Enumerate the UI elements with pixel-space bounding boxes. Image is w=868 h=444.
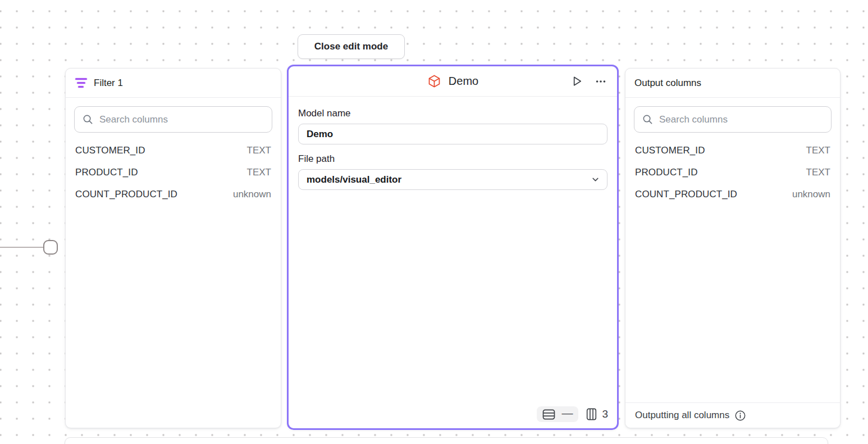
column-row[interactable]: CUSTOMER_ID TEXT (625, 139, 840, 161)
output-footer-text: Outputting all columns (635, 410, 729, 421)
bottom-panel-edge[interactable] (65, 437, 828, 444)
info-icon[interactable] (734, 410, 746, 422)
column-type: unknown (233, 189, 271, 200)
model-node-panel-selected[interactable]: Demo Model name File path models/visual_… (287, 65, 619, 430)
column-type: TEXT (247, 145, 271, 156)
column-type: TEXT (806, 145, 830, 156)
edge-connector-handle[interactable] (43, 240, 58, 255)
column-row[interactable]: COUNT_PRODUCT_ID unknown (66, 183, 281, 205)
play-icon (570, 75, 583, 88)
filter-lines-icon (75, 78, 87, 88)
filter-panel-header: Filter 1 (66, 69, 281, 98)
model-cube-icon (427, 74, 441, 88)
column-row[interactable]: PRODUCT_ID TEXT (66, 161, 281, 183)
row-count-value: — (561, 407, 573, 419)
ellipsis-icon (595, 75, 607, 88)
file-path-value: models/visual_editor (307, 174, 401, 185)
model-name-input[interactable] (298, 124, 607, 144)
filter-search-box[interactable] (74, 106, 272, 133)
search-icon (642, 114, 653, 125)
column-type: unknown (792, 189, 830, 200)
output-search-input[interactable] (659, 114, 823, 125)
column-name: COUNT_PRODUCT_ID (75, 189, 177, 200)
output-panel-title: Output columns (634, 78, 701, 89)
model-name-label: Model name (298, 108, 607, 119)
table-columns-icon (586, 408, 597, 420)
column-name: COUNT_PRODUCT_ID (635, 189, 737, 200)
filter-node-panel[interactable]: Filter 1 CUSTOMER_ID TEXT PRODUCT_ID TEX… (65, 68, 281, 428)
model-panel-header: Demo (289, 66, 617, 97)
more-options-button[interactable] (593, 74, 608, 89)
filter-column-list: CUSTOMER_ID TEXT PRODUCT_ID TEXT COUNT_P… (66, 136, 281, 209)
model-panel-title: Demo (449, 75, 478, 88)
column-row[interactable]: PRODUCT_ID TEXT (625, 161, 840, 183)
output-panel-footer: Outputting all columns (625, 402, 840, 428)
column-name: CUSTOMER_ID (75, 145, 145, 156)
column-type: TEXT (247, 167, 271, 178)
output-column-list: CUSTOMER_ID TEXT PRODUCT_ID TEXT COUNT_P… (625, 136, 840, 209)
run-model-button[interactable] (569, 74, 584, 89)
edge-connector-line (0, 247, 44, 248)
column-row[interactable]: COUNT_PRODUCT_ID unknown (625, 183, 840, 205)
row-count-stat[interactable]: — (537, 406, 578, 422)
file-path-select[interactable]: models/visual_editor (298, 169, 607, 190)
column-name: PRODUCT_ID (75, 167, 138, 178)
column-type: TEXT (806, 167, 830, 178)
model-result-stats: — 3 (537, 406, 608, 422)
column-count-stat[interactable]: 3 (586, 408, 608, 420)
search-icon (83, 114, 93, 125)
filter-search-input[interactable] (99, 114, 264, 125)
column-name: CUSTOMER_ID (635, 145, 705, 156)
output-columns-panel[interactable]: Output columns CUSTOMER_ID TEXT PRODUCT_… (625, 68, 840, 428)
column-name: PRODUCT_ID (635, 167, 698, 178)
file-path-label: File path (298, 153, 607, 165)
output-search-box[interactable] (634, 106, 832, 133)
table-rows-icon (542, 409, 555, 420)
column-row[interactable]: CUSTOMER_ID TEXT (66, 139, 281, 161)
output-panel-header: Output columns (625, 69, 840, 98)
filter-panel-title: Filter 1 (94, 78, 123, 89)
chevron-down-icon (591, 175, 600, 184)
column-count-value: 3 (602, 408, 608, 420)
close-edit-mode-button[interactable]: Close edit mode (298, 34, 405, 59)
